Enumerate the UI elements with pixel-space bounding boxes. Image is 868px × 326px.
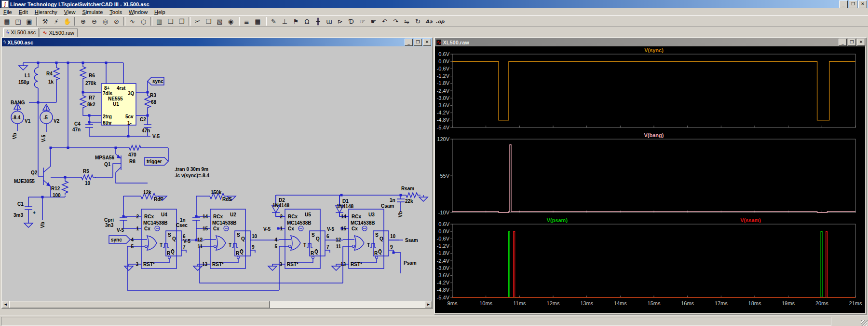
find-icon[interactable]: ◉ [225, 16, 236, 26]
component-icon[interactable]: Ɗ [346, 16, 357, 26]
y-tick-label: -3.0V [437, 95, 450, 101]
net-label-icon[interactable]: ⚑ [290, 16, 301, 26]
schematic-label: 68 [151, 99, 157, 105]
menu-item-hierarchy[interactable]: Hierarchy [31, 9, 61, 15]
menu-item-window[interactable]: Window [125, 9, 151, 15]
cascade-icon[interactable]: ❏ [165, 16, 176, 26]
menu-item-file[interactable]: File [0, 9, 15, 15]
scroll-left-arrow[interactable]: ◄ [2, 301, 9, 308]
waveform-tab-icon: ∿ [43, 30, 47, 35]
schematic-label: .ic v(sync)=-8.4 [175, 173, 209, 178]
schematic-label: 270k [85, 81, 96, 86]
schematic-label: Vb [12, 133, 17, 139]
y-tick-label: -4.8V [437, 117, 450, 123]
mark-icon[interactable]: ○ [138, 16, 149, 26]
resistor-icon[interactable]: Ω [301, 16, 312, 26]
schematic-label: 6 [326, 234, 329, 239]
trace-V(ssam) [452, 231, 855, 298]
inductor-icon[interactable]: ɯ [324, 16, 335, 26]
capacitor-icon[interactable]: ╫ [312, 16, 324, 26]
schematic-label: MC14538B [351, 220, 375, 226]
scrollbar-thumb[interactable] [9, 301, 270, 308]
halt-icon[interactable]: ✋ [62, 16, 73, 26]
schematic-label: 15 [203, 226, 208, 231]
scroll-right-arrow[interactable]: ► [425, 301, 432, 308]
menu-item-view[interactable]: View [61, 9, 79, 15]
open-file-icon[interactable]: ◰ [13, 16, 24, 26]
y-tick-label: -3.6V [437, 102, 450, 108]
menu-item-help[interactable]: Help [151, 9, 169, 15]
tab-xl500-raw[interactable]: ∿ XL500.raw [40, 28, 78, 37]
close-button[interactable]: ✕ [858, 0, 867, 8]
y-tick-label: -0.6V [437, 236, 450, 241]
draw-wire-icon[interactable]: ✎ [268, 16, 279, 26]
mirror-icon[interactable]: ⇋ [401, 16, 412, 26]
schematic-canvas[interactable]: synctriggersync 2RCxU4MC14538B1Cx45673RS… [2, 46, 432, 301]
horizontal-scrollbar[interactable]: ◄ ► [2, 301, 432, 308]
autorange-icon[interactable]: ∿ [127, 16, 138, 26]
cascade-alt-icon[interactable]: ❐ [176, 16, 187, 26]
new-schematic-icon[interactable]: ▤ [1, 16, 13, 26]
text-icon[interactable]: Aa [423, 16, 434, 26]
y-tick-label: 120V [437, 136, 449, 142]
toolbar-separator [238, 17, 240, 26]
print-preview-icon[interactable]: ≣ [241, 16, 252, 26]
zoom-out-icon[interactable]: ⊖ [89, 16, 100, 26]
trace-label: V(bang) [644, 132, 664, 138]
y-tick-label: -2.4V [437, 88, 450, 94]
move-icon[interactable]: ☞ [357, 16, 368, 26]
child-close-button[interactable]: ✕ [857, 39, 865, 46]
undo-icon[interactable]: ↶ [379, 16, 390, 26]
resize-grip[interactable] [861, 320, 868, 326]
control-panel-icon[interactable]: ⚒ [40, 16, 51, 26]
maximize-button[interactable]: ❐ [849, 0, 857, 8]
schematic-label: V1 [25, 118, 31, 124]
tab-xl500-asc[interactable]: ϟ XL500.asc [3, 28, 39, 37]
menu-item-tools[interactable]: Tools [106, 9, 125, 15]
x-tick-label: 9ms [448, 300, 458, 306]
child-minimize-button[interactable]: _ [405, 39, 413, 46]
schematic-label: U5 [305, 212, 311, 217]
copy-icon[interactable]: ❒ [203, 16, 214, 26]
schematic-label: 2 [280, 214, 283, 219]
waveform-window-title-bar[interactable]: ∿ XL500.raw _ ❐ ✕ [435, 38, 866, 46]
app-title: Linear Technology LTspice/SwitcherCAD II… [10, 1, 149, 7]
child-maximize-button[interactable]: ❐ [848, 39, 856, 46]
schematic-label: 14 [341, 214, 347, 219]
minimize-button[interactable]: _ [839, 0, 848, 8]
schematic-label: Q̄ [171, 249, 175, 255]
zoom-in-icon[interactable]: ⊕ [78, 16, 89, 26]
spice-directive-icon[interactable]: .op [434, 16, 446, 26]
waveform-plot-area[interactable]: 0.6V0.0V-0.6V-1.2V-1.8V-2.4V-3.0V-3.6V-4… [435, 46, 865, 313]
zoom-area-icon[interactable]: ◎ [100, 16, 111, 26]
schematic-window-icon: ϟ [3, 40, 6, 45]
ground-icon[interactable]: ⊥ [279, 16, 290, 26]
schematic-label: T [160, 242, 163, 248]
cut-icon[interactable]: ✂ [192, 16, 203, 26]
child-minimize-button[interactable]: _ [839, 39, 847, 46]
save-icon[interactable]: ▣ [24, 16, 35, 26]
rotate-icon[interactable]: ↻ [412, 16, 423, 26]
tile-windows-icon[interactable]: ▥ [154, 16, 165, 26]
schematic-label: T [303, 242, 306, 248]
menu-item-edit[interactable]: Edit [15, 9, 31, 15]
diode-icon[interactable]: ⊳ [335, 16, 346, 26]
drag-icon[interactable]: ☛ [368, 16, 379, 26]
ltspice-app: { "titlebar":{"title":"Linear Technology… [0, 0, 868, 326]
paste-icon[interactable]: ▧ [214, 16, 225, 26]
schematic-label: 7 [183, 244, 186, 250]
run-icon[interactable]: ⚡ [51, 16, 62, 26]
child-maximize-button[interactable]: ❐ [414, 39, 422, 46]
menu-item-simulate[interactable]: Simulate [79, 9, 106, 15]
x-tick-label: 19ms [782, 300, 795, 306]
schematic-label: U1 [113, 101, 119, 107]
child-close-button[interactable]: ✕ [423, 39, 431, 46]
schematic-label: V-5 [41, 135, 46, 142]
schematic-label: Q̄ [378, 249, 382, 255]
print-icon[interactable]: ▦ [252, 16, 263, 26]
schematic-window-title-bar[interactable]: ϟ XL500.asc _ ❐ ✕ [2, 38, 432, 46]
redo-icon[interactable]: ↷ [390, 16, 401, 26]
schematic-label: 3 [279, 262, 282, 267]
zoom-full-icon[interactable]: ⊘ [111, 16, 122, 26]
schematic-label: D2 [279, 198, 285, 203]
